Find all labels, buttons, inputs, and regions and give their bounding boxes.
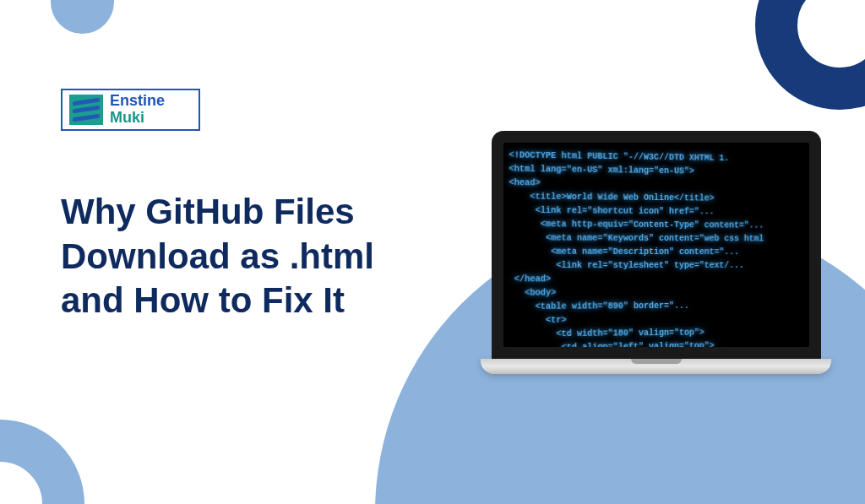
code-snippet: <!DOCTYPE html PUBLIC "-//W3C//DTD XHTML… bbox=[509, 149, 806, 347]
logo: Enstine Muki bbox=[61, 89, 200, 131]
decoration-ring-top-right bbox=[755, 0, 865, 110]
logo-text-top: Enstine bbox=[110, 93, 165, 110]
logo-text-bottom: Muki bbox=[110, 110, 165, 127]
laptop-illustration: <!DOCTYPE html PUBLIC "-//W3C//DTD XHTML… bbox=[481, 131, 831, 380]
laptop-display: <!DOCTYPE html PUBLIC "-//W3C//DTD XHTML… bbox=[503, 143, 809, 347]
laptop-screen: <!DOCTYPE html PUBLIC "-//W3C//DTD XHTML… bbox=[492, 131, 821, 359]
decoration-ring-bottom-left bbox=[0, 420, 84, 504]
laptop-base bbox=[481, 359, 831, 374]
logo-icon bbox=[69, 95, 103, 125]
laptop-notch bbox=[631, 359, 682, 364]
decoration-circle-top-left bbox=[51, 0, 114, 34]
page-headline: Why GitHub Files Download as .html and H… bbox=[61, 190, 424, 323]
logo-text: Enstine Muki bbox=[110, 93, 165, 127]
